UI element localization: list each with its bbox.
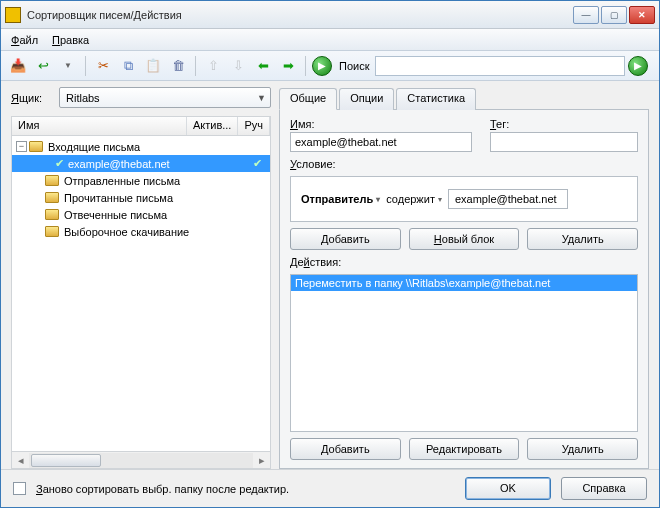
menubar: Файл Правка [1,29,659,51]
search-go-icon[interactable]: ▶ [628,56,648,76]
cond-value-input[interactable]: example@thebat.net [448,189,568,209]
toolbar: 📥 ↩ ▼ ✂ ⧉ 📋 🗑 ⇧ ⇩ ⬅ ➡ ▶ Поиск ▶ [1,51,659,81]
new-rule-icon[interactable]: 📥 [7,55,29,77]
folder-icon [45,209,59,220]
cond-field-combo[interactable]: Отправитель▾ [301,193,380,205]
cond-delete-button[interactable]: Удалить [527,228,638,250]
folder-icon [29,141,43,152]
scroll-thumb[interactable] [31,454,101,467]
paste-icon: 📋 [142,55,164,77]
tree-row[interactable]: Выборочное скачивание [12,223,270,240]
tree-row[interactable]: Отправленные письма [12,172,270,189]
condition-label: Условие: [290,158,336,170]
reply-icon[interactable]: ↩ [32,55,54,77]
resort-label: Заново сортировать выбр. папку после ред… [36,483,289,495]
actions-label: Действия: [290,256,341,268]
tab-general[interactable]: Общие [279,88,337,110]
search-label: Поиск [339,60,369,72]
tab-stats[interactable]: Статистика [396,88,476,110]
window-title: Сортировщик писем/Действия [27,9,573,21]
check-icon: ✔ [52,157,66,170]
scroll-left-icon[interactable]: ◂ [12,454,29,467]
close-button[interactable]: ✕ [629,6,655,24]
act-edit-button[interactable]: Редактировать [409,438,520,460]
col-active[interactable]: Актив... [187,117,238,135]
collapse-icon[interactable]: − [16,141,27,152]
cut-icon[interactable]: ✂ [92,55,114,77]
maximize-button[interactable]: ▢ [601,6,627,24]
resort-checkbox[interactable] [13,482,26,495]
tab-panel-general: Имя: Тег: Условие: Отправитель▾ [279,109,649,469]
act-add-button[interactable]: Добавить [290,438,401,460]
tree-hscroll[interactable]: ◂ ▸ [11,452,271,469]
forward-icon[interactable]: ➡ [277,55,299,77]
titlebar: Сортировщик писем/Действия — ▢ ✕ [1,1,659,29]
delete-icon[interactable]: 🗑 [167,55,189,77]
condition-box: Отправитель▾ содержит▾ example@thebat.ne… [290,176,638,222]
tree-row[interactable]: Отвеченные письма [12,206,270,223]
search-input[interactable] [375,56,625,76]
up-icon: ⇧ [202,55,224,77]
app-icon [5,7,21,23]
mail-sorter-window: Сортировщик писем/Действия — ▢ ✕ Файл Пр… [0,0,660,508]
tab-options[interactable]: Опции [339,88,394,110]
ok-button[interactable]: OK [465,477,551,500]
act-delete-button[interactable]: Удалить [527,438,638,460]
active-check-icon: ✔ [250,157,264,170]
box-combo[interactable]: Ritlabs ▼ [59,87,271,108]
back-icon[interactable]: ⬅ [252,55,274,77]
help-button[interactable]: Справка [561,477,647,500]
bottom-bar: Заново сортировать выбр. папку после ред… [1,469,659,507]
tag-label: Тег: [490,118,638,130]
folder-icon [45,175,59,186]
box-label: Ящик: [11,92,51,104]
tag-input[interactable] [490,132,638,152]
tree-row[interactable]: Прочитанные письма [12,189,270,206]
cond-add-button[interactable]: Добавить [290,228,401,250]
tree-header: Имя Актив... Руч [11,116,271,136]
tree-row[interactable]: ✔ example@thebat.net ✔ [12,155,270,172]
col-manual[interactable]: Руч [238,117,270,135]
cond-op-combo[interactable]: содержит▾ [386,193,442,205]
chevron-down-icon: ▼ [257,93,266,103]
box-value: Ritlabs [66,92,100,104]
cond-newblock-button[interactable]: Новый блок [409,228,520,250]
tab-strip: Общие Опции Статистика [279,88,649,110]
scroll-right-icon[interactable]: ▸ [253,454,270,467]
rule-tree[interactable]: − Входящие письма ✔ example@thebat.net ✔… [11,136,271,452]
name-label: Имя: [290,118,472,130]
action-item[interactable]: Переместить в папку \\Ritlabs\example@th… [291,275,637,291]
menu-file[interactable]: Файл [11,34,38,46]
copy-icon[interactable]: ⧉ [117,55,139,77]
minimize-button[interactable]: — [573,6,599,24]
folder-icon [45,192,59,203]
col-name[interactable]: Имя [12,117,187,135]
menu-edit[interactable]: Правка [52,34,89,46]
tree-row[interactable]: − Входящие письма [12,138,270,155]
actions-list[interactable]: Переместить в папку \\Ritlabs\example@th… [290,274,638,432]
name-input[interactable] [290,132,472,152]
dropdown-icon[interactable]: ▼ [57,55,79,77]
down-icon: ⇩ [227,55,249,77]
search-go-icon-left[interactable]: ▶ [312,56,332,76]
folder-icon [45,226,59,237]
